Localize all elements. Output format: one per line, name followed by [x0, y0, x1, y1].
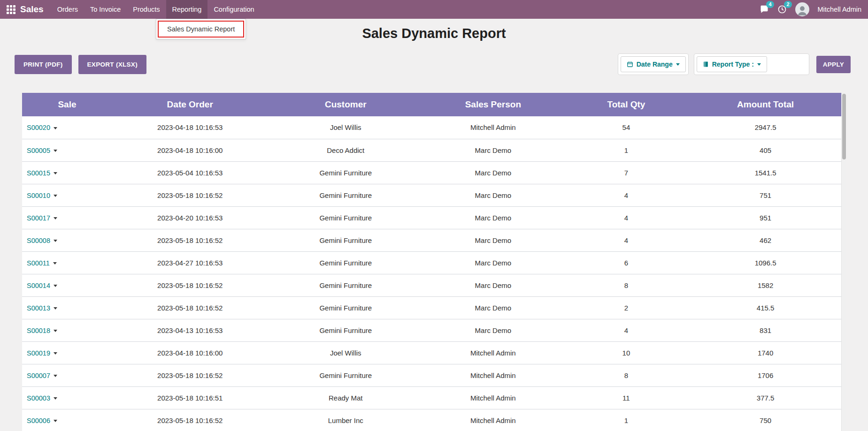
page-title: Sales Dynamic Report [0, 26, 868, 41]
nav-item-orders[interactable]: Orders [51, 0, 84, 19]
chevron-down-icon[interactable] [54, 172, 57, 174]
date-order-cell: 2023-04-18 10:16:00 [112, 139, 268, 161]
chevron-down-icon [676, 63, 680, 66]
sale-cell: S00011 [22, 251, 112, 274]
total-qty-cell: 4 [563, 319, 690, 341]
chevron-down-icon[interactable] [54, 150, 57, 152]
customer-cell: Gemini Furniture [268, 184, 423, 206]
sale-cell: S00003 [22, 386, 112, 409]
chevron-down-icon[interactable] [54, 127, 57, 129]
chevron-down-icon[interactable] [54, 397, 57, 400]
customer-cell: Lumber Inc [268, 409, 423, 431]
sale-order-link[interactable]: S00014 [27, 282, 50, 289]
sales-person-cell: Mitchell Admin [423, 341, 563, 364]
sale-order-link[interactable]: S00019 [27, 349, 50, 357]
app-brand[interactable]: Sales [20, 4, 44, 15]
sale-order-link[interactable]: S00011 [27, 259, 50, 267]
menu-item-sales-dynamic-report[interactable]: Sales Dynamic Report [158, 21, 244, 38]
customer-cell: Gemini Furniture [268, 251, 423, 274]
scrollbar-thumb[interactable] [842, 94, 846, 159]
sales-person-cell: Marc Demo [423, 139, 563, 161]
person-icon [796, 4, 808, 16]
messages-badge: 4 [766, 1, 774, 8]
chevron-down-icon[interactable] [54, 217, 57, 219]
sale-cell: S00020 [22, 116, 112, 139]
sale-cell: S00013 [22, 296, 112, 319]
nav-item-configuration[interactable]: Configuration [207, 0, 260, 19]
report-type-label: Report Type : [712, 60, 754, 68]
customer-cell: Gemini Furniture [268, 364, 423, 386]
total-qty-cell: 4 [563, 184, 690, 206]
user-menu[interactable]: Mitchell Admin [818, 6, 861, 13]
col-header-date-order: Date Order [112, 93, 268, 116]
date-range-button[interactable]: Date Range [621, 56, 686, 72]
sale-order-link[interactable]: S00010 [27, 192, 50, 199]
avatar[interactable] [795, 2, 809, 16]
chevron-down-icon[interactable] [53, 262, 57, 265]
amount-total-cell: 1740 [690, 341, 841, 364]
nav-item-to-invoice[interactable]: To Invoice [84, 0, 127, 19]
amount-total-cell: 750 [690, 409, 841, 431]
sale-order-link[interactable]: S00008 [27, 237, 50, 244]
chevron-down-icon[interactable] [54, 240, 57, 242]
date-range-label: Date Range [637, 60, 673, 68]
sale-order-link[interactable]: S00006 [27, 417, 50, 424]
nav-item-products[interactable]: Products [127, 0, 166, 19]
sale-cell: S00005 [22, 139, 112, 161]
apply-button[interactable]: APPLY [816, 56, 851, 73]
sale-order-link[interactable]: S00007 [27, 372, 50, 379]
sale-cell: S00017 [22, 206, 112, 229]
amount-total-cell: 831 [690, 319, 841, 341]
book-icon [703, 61, 709, 68]
apps-grid-icon[interactable] [7, 5, 15, 14]
total-qty-cell: 4 [563, 229, 690, 251]
sales-person-cell: Marc Demo [423, 184, 563, 206]
sale-cell: S00015 [22, 161, 112, 184]
chevron-down-icon[interactable] [54, 195, 57, 197]
total-qty-cell: 8 [563, 364, 690, 386]
sale-order-link[interactable]: S00013 [27, 304, 50, 312]
table-row: S000202023-04-18 10:16:53Joel WillisMitc… [22, 116, 841, 139]
sale-order-link[interactable]: S00017 [27, 214, 50, 222]
print-pdf-button[interactable]: PRINT (PDF) [15, 55, 72, 74]
date-order-cell: 2023-04-18 10:16:53 [112, 116, 268, 139]
nav-item-reporting[interactable]: Reporting [166, 0, 208, 19]
table-row: S000172023-04-20 10:16:53Gemini Furnitur… [22, 206, 841, 229]
activities-button[interactable]: 2 [777, 5, 787, 14]
total-qty-cell: 6 [563, 251, 690, 274]
sale-cell: S00008 [22, 229, 112, 251]
report-type-button[interactable]: Report Type : [697, 56, 767, 72]
table-row: S000062023-05-18 10:16:52Lumber IncMitch… [22, 409, 841, 431]
vertical-scrollbar[interactable] [841, 93, 846, 431]
table-header: Sale Date Order Customer Sales Person To… [22, 93, 841, 116]
chevron-down-icon[interactable] [54, 352, 57, 355]
sale-order-link[interactable]: S00015 [27, 169, 50, 177]
chevron-down-icon[interactable] [54, 307, 57, 310]
chevron-down-icon[interactable] [54, 285, 57, 287]
sale-order-link[interactable]: S00003 [27, 394, 50, 402]
amount-total-cell: 2947.5 [690, 116, 841, 139]
messages-button[interactable]: 4 [760, 5, 769, 14]
sale-cell: S00019 [22, 341, 112, 364]
customer-cell: Gemini Furniture [268, 274, 423, 296]
sale-order-link[interactable]: S00018 [27, 327, 50, 334]
chevron-down-icon[interactable] [54, 375, 57, 377]
chevron-down-icon[interactable] [54, 330, 57, 332]
table-row: S000152023-05-04 10:16:53Gemini Furnitur… [22, 161, 841, 184]
chevron-down-icon[interactable] [54, 420, 57, 422]
table-row: S000072023-05-18 10:16:52Gemini Furnitur… [22, 364, 841, 386]
sale-order-link[interactable]: S00005 [27, 147, 50, 154]
activities-badge: 2 [784, 1, 791, 8]
sales-person-cell: Mitchell Admin [423, 386, 563, 409]
reporting-dropdown-menu: Sales Dynamic Report [156, 19, 246, 39]
amount-total-cell: 751 [690, 184, 841, 206]
table-row: S000032023-05-18 10:16:51Ready MatMitche… [22, 386, 841, 409]
sale-order-link[interactable]: S00020 [27, 124, 50, 131]
sales-person-cell: Marc Demo [423, 251, 563, 274]
col-header-sale: Sale [22, 93, 112, 116]
date-order-cell: 2023-04-18 10:16:00 [112, 341, 268, 364]
total-qty-cell: 1 [563, 409, 690, 431]
customer-cell: Gemini Furniture [268, 319, 423, 341]
export-xlsx-button[interactable]: EXPORT (XLSX) [78, 55, 146, 74]
toolbar: PRINT (PDF) EXPORT (XLSX) Date Range Rep… [15, 53, 851, 75]
